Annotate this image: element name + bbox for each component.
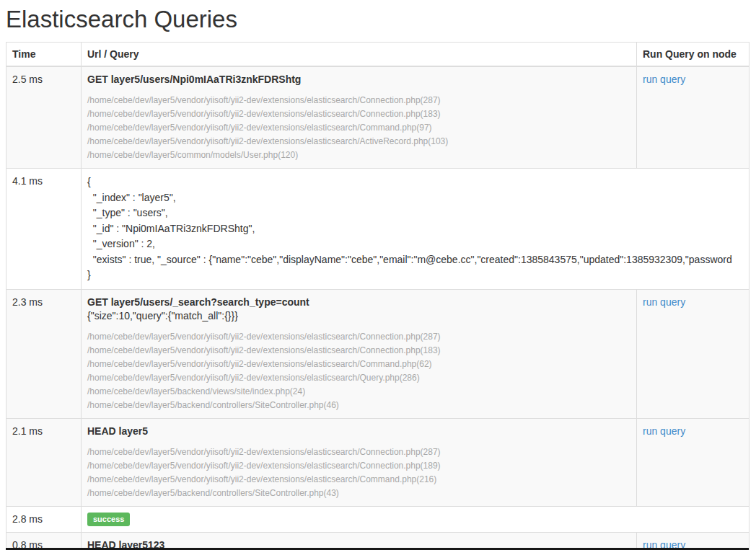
- query-time: 2.8 ms: [12, 513, 43, 525]
- query-time: 4.1 ms: [12, 175, 43, 187]
- page-title: Elasticsearch Queries: [6, 6, 750, 33]
- column-header-run-query: Run Query on node: [637, 43, 750, 67]
- query-time: 2.3 ms: [12, 296, 43, 308]
- query-cell: GET layer5/users/Npi0mIAaTRi3znkFDRShtg …: [82, 66, 637, 169]
- run-query-link[interactable]: run query: [643, 425, 685, 437]
- stack-trace: /home/cebe/dev/layer5/vendor/yiisoft/yii…: [87, 445, 630, 500]
- column-header-url-query: Url / Query: [82, 43, 637, 67]
- query-time: 2.1 ms: [12, 425, 43, 437]
- run-query-link[interactable]: run query: [643, 296, 685, 308]
- stack-trace: /home/cebe/dev/layer5/vendor/yiisoft/yii…: [87, 330, 630, 412]
- run-query-cell: run query: [637, 418, 750, 506]
- table-row: 2.5 ms GET layer5/users/Npi0mIAaTRi3znkF…: [6, 66, 750, 169]
- time-cell: 4.1 ms: [6, 169, 82, 290]
- elasticsearch-queries-table: Time Url / Query Run Query on node 2.5 m…: [6, 42, 750, 550]
- table-row: 4.1 ms { "_index" : "layer5", "_type" : …: [6, 169, 750, 290]
- query-text: GET layer5/users/Npi0mIAaTRi3znkFDRShtg: [87, 73, 630, 87]
- stack-trace: /home/cebe/dev/layer5/vendor/yiisoft/yii…: [87, 94, 630, 162]
- table-row: 2.3 ms GET layer5/users/_search?search_t…: [6, 289, 750, 418]
- time-cell: 2.1 ms: [6, 418, 82, 506]
- table-row: 2.1 ms HEAD layer5 /home/cebe/dev/layer5…: [6, 418, 750, 506]
- success-badge: success: [87, 513, 130, 526]
- table-row: 2.8 ms success: [6, 506, 750, 532]
- query-text: GET layer5/users/_search?search_type=cou…: [87, 296, 630, 309]
- time-cell: 2.3 ms: [6, 289, 82, 418]
- time-cell: 2.5 ms: [6, 66, 82, 169]
- run-query-link[interactable]: run query: [643, 74, 685, 85]
- result-cell: { "_index" : "layer5", "_type" : "users"…: [82, 169, 750, 290]
- result-cell: success: [82, 506, 750, 532]
- query-result-json: { "_index" : "layer5", "_type" : "users"…: [87, 174, 743, 283]
- query-cell: GET layer5/users/_search?search_type=cou…: [82, 289, 637, 418]
- column-header-time: Time: [6, 43, 82, 67]
- run-query-cell: run query: [637, 66, 750, 169]
- table-header: Time Url / Query Run Query on node: [6, 43, 750, 67]
- query-body: {"size":10,"query":{"match_all":{}}}: [87, 309, 630, 323]
- query-text: HEAD layer5: [87, 425, 630, 438]
- query-time: 2.5 ms: [12, 74, 43, 85]
- run-query-cell: run query: [637, 289, 750, 418]
- table-header-row: Time Url / Query Run Query on node: [6, 43, 750, 67]
- query-cell: HEAD layer5 /home/cebe/dev/layer5/vendor…: [82, 418, 637, 506]
- time-cell: 2.8 ms: [6, 506, 82, 532]
